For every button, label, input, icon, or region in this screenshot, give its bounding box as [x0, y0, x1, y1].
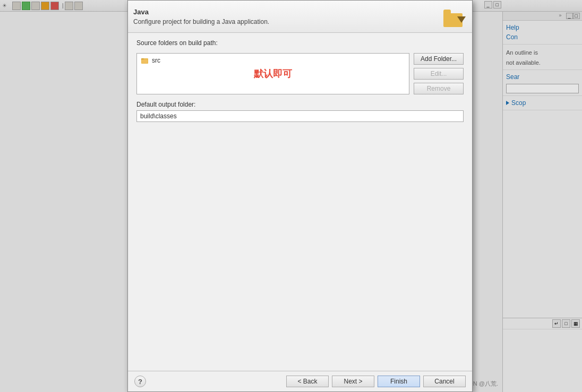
next-button[interactable]: Next >	[332, 376, 374, 387]
remove-button[interactable]: Remove	[414, 83, 464, 94]
edit-button[interactable]: Edit...	[414, 68, 464, 80]
dialog-header: Java Configure project for building a Ja…	[128, 1, 472, 33]
cancel-button[interactable]: Cancel	[423, 376, 466, 387]
output-folder-label: Default output folder:	[136, 101, 464, 108]
help-button[interactable]: ?	[134, 376, 146, 387]
cancel-label: Cancel	[434, 378, 454, 385]
dialog-footer: ? < Back Next > Finish Cancel	[128, 371, 472, 391]
back-label: < Back	[297, 378, 317, 385]
package-icon	[141, 57, 149, 64]
dialog-title: Java	[133, 8, 269, 16]
source-folders-label: Source folders on build path:	[136, 39, 464, 47]
source-folders-list[interactable]: src 默认即可	[136, 53, 409, 94]
back-button[interactable]: < Back	[286, 376, 329, 387]
dialog-header-content: Java Configure project for building a Ja…	[133, 8, 269, 25]
dialog-subtitle: Configure project for building a Java ap…	[133, 18, 269, 25]
svg-rect-2	[142, 59, 148, 63]
next-label: Next >	[344, 378, 362, 385]
buttons-panel: Add Folder... Edit... Remove	[409, 53, 464, 94]
source-folders-area: src 默认即可 Add Folder... Edit... Remove	[136, 53, 464, 94]
finish-button[interactable]: Finish	[378, 376, 420, 387]
footer-buttons: < Back Next > Finish Cancel	[286, 376, 466, 387]
src-label: src	[152, 57, 160, 64]
output-folder-section: Default output folder:	[136, 101, 464, 122]
watermark-text: 默认即可	[254, 67, 292, 80]
output-folder-input[interactable]	[136, 110, 464, 122]
add-folder-button[interactable]: Add Folder...	[414, 53, 464, 65]
finish-label: Finish	[390, 378, 407, 385]
dialog-body: Source folders on build path:	[128, 33, 472, 371]
java-wizard-icon	[441, 4, 467, 29]
list-item[interactable]: src	[139, 56, 407, 65]
java-build-dialog: Java Configure project for building a Ja…	[127, 0, 473, 392]
